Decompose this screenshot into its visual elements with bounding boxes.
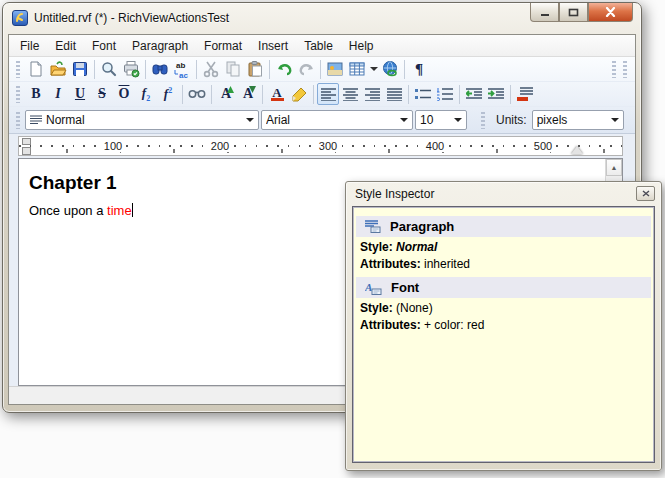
separator	[145, 60, 146, 79]
redo-icon	[297, 60, 316, 78]
highlight-button[interactable]	[288, 83, 310, 105]
svg-text:ac: ac	[179, 71, 188, 79]
chevron-down-icon	[454, 118, 462, 122]
title-bar[interactable]: Untitled.rvf (*) - RichViewActionsTest	[3, 3, 641, 34]
app-icon[interactable]	[12, 10, 28, 26]
menu-edit[interactable]: Edit	[47, 36, 84, 56]
separator	[262, 85, 263, 104]
toolbar-grip[interactable]	[16, 86, 20, 103]
show-formatting-marks-button[interactable]: ¶	[408, 58, 430, 80]
insert-table-dropdown[interactable]	[368, 58, 379, 80]
new-document-button[interactable]	[25, 58, 47, 80]
font-size-combo-value: 10	[420, 113, 450, 127]
align-left-icon	[321, 88, 336, 101]
left-indent-marker[interactable]	[22, 147, 31, 155]
toolbar-area: ab ac	[9, 57, 635, 134]
replace-button[interactable]: ab ac	[171, 58, 193, 80]
align-left-button[interactable]	[317, 83, 339, 105]
printer-icon	[122, 60, 140, 78]
minimize-button[interactable]	[530, 3, 559, 22]
toolbar-grip[interactable]	[481, 112, 485, 129]
undo-button[interactable]	[273, 58, 295, 80]
scroll-up-button[interactable]: ▲	[606, 159, 622, 176]
maximize-button[interactable]	[559, 3, 588, 22]
style-combo[interactable]: Normal	[25, 110, 259, 130]
menu-format[interactable]: Format	[196, 36, 250, 56]
find-button[interactable]	[149, 58, 171, 80]
menu-font[interactable]: Font	[84, 36, 124, 56]
arrow-up-icon	[227, 86, 234, 93]
menu-table[interactable]: Table	[296, 36, 341, 56]
strikethrough-button[interactable]: S	[91, 83, 113, 105]
font-combo-value: Arial	[266, 113, 396, 127]
paste-button[interactable]	[244, 58, 266, 80]
toolbar-grip[interactable]	[16, 61, 20, 78]
justify-button[interactable]	[383, 83, 405, 105]
superscript-button[interactable]: f2	[157, 83, 179, 105]
menu-file[interactable]: File	[12, 36, 47, 56]
separator	[196, 60, 197, 79]
font-section-header: A Font	[356, 277, 651, 298]
right-indent-marker[interactable]	[571, 146, 583, 154]
separator	[269, 60, 270, 79]
magnifier-icon	[100, 60, 118, 78]
special-characters-button[interactable]	[186, 83, 208, 105]
font-color-button[interactable]: A	[266, 83, 288, 105]
replace-icon: ab ac	[172, 59, 192, 79]
underline-button[interactable]: U	[69, 83, 91, 105]
menu-paragraph[interactable]: Paragraph	[124, 36, 196, 56]
close-icon	[642, 190, 650, 197]
open-button[interactable]	[47, 58, 69, 80]
shrink-font-button[interactable]: A	[237, 83, 259, 105]
toolbar-grip[interactable]	[16, 112, 20, 129]
insert-picture-button[interactable]	[324, 58, 346, 80]
print-button[interactable]	[120, 58, 142, 80]
bullets-button[interactable]	[412, 83, 434, 105]
decrease-indent-button[interactable]	[463, 83, 485, 105]
separator	[313, 85, 314, 104]
bold-button[interactable]: B	[25, 83, 47, 105]
subscript-button[interactable]: f2	[135, 83, 157, 105]
menu-insert[interactable]: Insert	[250, 36, 296, 56]
units-combo[interactable]: pixels	[532, 110, 624, 130]
style-inspector-content: Paragraph Style: Normal Attributes: inhe…	[352, 206, 655, 463]
close-button[interactable]	[588, 3, 633, 22]
ruler[interactable]: 100 200 300 400 500 600	[18, 136, 623, 156]
style-inspector-close-button[interactable]	[636, 186, 655, 201]
redo-button[interactable]	[295, 58, 317, 80]
insert-table-button[interactable]	[346, 58, 368, 80]
save-floppy-icon	[71, 60, 89, 78]
text-caret	[132, 203, 133, 217]
menu-help[interactable]: Help	[341, 36, 382, 56]
ruler-mark-400: 400	[425, 140, 445, 152]
increase-indent-button[interactable]	[485, 83, 507, 105]
align-center-button[interactable]	[339, 83, 361, 105]
align-right-icon	[365, 88, 380, 101]
table-icon	[348, 60, 366, 78]
paragraph-color-button[interactable]	[514, 83, 536, 105]
red-text: time	[107, 203, 132, 218]
overline-button[interactable]: O	[113, 83, 135, 105]
units-label: Units:	[496, 113, 527, 127]
font-size-combo[interactable]: 10	[415, 110, 467, 130]
font-combo[interactable]: Arial	[261, 110, 413, 130]
align-right-button[interactable]	[361, 83, 383, 105]
paragraph-section-title: Paragraph	[390, 219, 454, 234]
print-preview-button[interactable]	[98, 58, 120, 80]
italic-button[interactable]: I	[47, 83, 69, 105]
close-icon	[605, 7, 616, 17]
hyperlink-button[interactable]	[379, 58, 401, 80]
grow-font-button[interactable]: A	[215, 83, 237, 105]
ruler-mark-100: 100	[103, 140, 123, 152]
first-line-indent-marker[interactable]	[22, 138, 31, 145]
toolbar-grip[interactable]	[612, 61, 616, 78]
separator	[408, 85, 409, 104]
numbering-button[interactable]	[434, 83, 456, 105]
scissors-icon	[202, 60, 220, 78]
copy-button[interactable]	[222, 58, 244, 80]
justify-icon	[387, 88, 402, 101]
cut-button[interactable]	[200, 58, 222, 80]
save-button[interactable]	[69, 58, 91, 80]
toolbar-grip[interactable]	[623, 61, 627, 78]
svg-text:ab: ab	[176, 61, 185, 70]
